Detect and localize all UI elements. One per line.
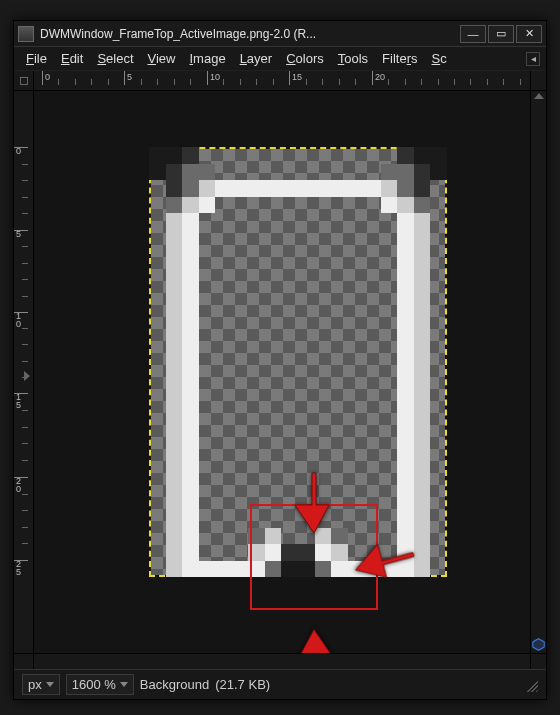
- image-pixel: [166, 197, 183, 214]
- image-pixel: [166, 313, 183, 330]
- menu-bar: File Edit Select View Image Layer Colors…: [14, 47, 546, 71]
- image-pixel: [182, 230, 199, 247]
- menu-view[interactable]: View: [142, 49, 182, 68]
- image-pixel: [166, 230, 183, 247]
- menu-select[interactable]: Select: [91, 49, 139, 68]
- ruler-corner-bottom[interactable]: [14, 654, 34, 669]
- hscroll-track[interactable]: [34, 654, 530, 669]
- close-button[interactable]: ✕: [516, 25, 542, 43]
- image-pixel: [397, 428, 414, 445]
- maximize-button[interactable]: ▭: [488, 25, 514, 43]
- image-pixel: [166, 495, 183, 512]
- menu-overflow-icon: ◂: [531, 53, 536, 64]
- image-pixel: [397, 147, 414, 164]
- menu-more-trunc[interactable]: Sc: [426, 49, 453, 68]
- image-pixel: [199, 561, 216, 578]
- image-pixel: [430, 164, 447, 181]
- image-pixel: [166, 445, 183, 462]
- minimize-button[interactable]: —: [460, 25, 486, 43]
- image-pixel: [166, 462, 183, 479]
- image-pixel: [397, 197, 414, 214]
- ruler-v-label: 5: [16, 230, 21, 238]
- image-pixel: [397, 263, 414, 280]
- title-bar[interactable]: DWMWindow_FrameTop_ActiveImage.png-2.0 (…: [14, 21, 546, 47]
- image-pixel: [397, 478, 414, 495]
- ruler-horizontal[interactable]: 05101520: [34, 71, 530, 90]
- status-bar: px 1600 % Background (21.7 KB): [14, 669, 546, 699]
- image-pixel: [182, 412, 199, 429]
- window-controls: — ▭ ✕: [460, 25, 542, 43]
- image-pixel: [414, 379, 431, 396]
- image-pixel: [397, 412, 414, 429]
- image-pixel: [414, 346, 431, 363]
- image-pixel: [166, 379, 183, 396]
- navigation-preview-icon[interactable]: [532, 638, 545, 651]
- image-pixel: [182, 462, 199, 479]
- ruler-vertical[interactable]: 0510152025: [14, 91, 34, 653]
- image-pixel: [182, 279, 199, 296]
- dropdown-caret-icon: [46, 682, 54, 687]
- ruler-h-label: 15: [292, 72, 302, 82]
- status-right: [524, 678, 538, 692]
- image-pixel: [182, 346, 199, 363]
- image-pixel: [182, 544, 199, 561]
- active-layer-label: Background: [140, 677, 209, 692]
- guide-marker-icon: [24, 371, 30, 381]
- ruler-v-label: 15: [16, 393, 21, 409]
- image-pixel: [232, 180, 249, 197]
- image-pixel: [182, 263, 199, 280]
- zoom-caret-icon[interactable]: [534, 93, 544, 99]
- image-pixel: [182, 379, 199, 396]
- image-pixel: [199, 164, 216, 181]
- image-pixel: [414, 462, 431, 479]
- app-window: DWMWindow_FrameTop_ActiveImage.png-2.0 (…: [13, 20, 547, 700]
- ruler-row: 05101520: [14, 71, 546, 91]
- ruler-corner-toggle[interactable]: [14, 71, 34, 91]
- image-pixel: [182, 561, 199, 578]
- image-pixel: [414, 147, 431, 164]
- image-pixel: [414, 511, 431, 528]
- hscroll-area[interactable]: [14, 653, 546, 669]
- menu-overflow-button[interactable]: ◂: [526, 52, 540, 66]
- zoom-value: 1600 %: [72, 677, 116, 692]
- menu-tools[interactable]: Tools: [332, 49, 374, 68]
- image-pixel: [265, 180, 282, 197]
- image-pixel: [166, 528, 183, 545]
- resize-grip-icon[interactable]: [524, 678, 538, 692]
- image-pixel: [182, 478, 199, 495]
- menu-file[interactable]: File: [20, 49, 53, 68]
- image-pixel: [414, 197, 431, 214]
- quickmask-icon: [20, 77, 28, 85]
- image-pixel: [166, 395, 183, 412]
- menu-edit[interactable]: Edit: [55, 49, 89, 68]
- image-pixel: [182, 528, 199, 545]
- image-pixel: [381, 197, 398, 214]
- image-pixel: [414, 395, 431, 412]
- maximize-icon: ▭: [496, 27, 506, 40]
- image-pixel: [414, 445, 431, 462]
- image-pixel: [414, 230, 431, 247]
- image-pixel: [397, 164, 414, 181]
- menu-colors[interactable]: Colors: [280, 49, 330, 68]
- image-pixel: [430, 147, 447, 164]
- canvas[interactable]: [34, 91, 530, 653]
- image-pixel: [414, 263, 431, 280]
- image-pixel: [182, 445, 199, 462]
- menu-image[interactable]: Image: [183, 49, 231, 68]
- menu-filters[interactable]: Filters: [376, 49, 423, 68]
- menu-layer[interactable]: Layer: [234, 49, 279, 68]
- app-icon: [18, 26, 34, 42]
- ruler-h-label: 10: [210, 72, 220, 82]
- zoom-combo[interactable]: 1600 %: [66, 674, 134, 695]
- image-pixel: [248, 180, 265, 197]
- units-combo[interactable]: px: [22, 674, 60, 695]
- image-pixel: [397, 329, 414, 346]
- image-pixel: [166, 346, 183, 363]
- image-pixel: [397, 462, 414, 479]
- image-pixel: [182, 197, 199, 214]
- image-pixel: [414, 279, 431, 296]
- image-pixel: [199, 180, 216, 197]
- image-pixel: [397, 362, 414, 379]
- ruler-v-label: 25: [16, 560, 21, 576]
- image-pixel: [166, 279, 183, 296]
